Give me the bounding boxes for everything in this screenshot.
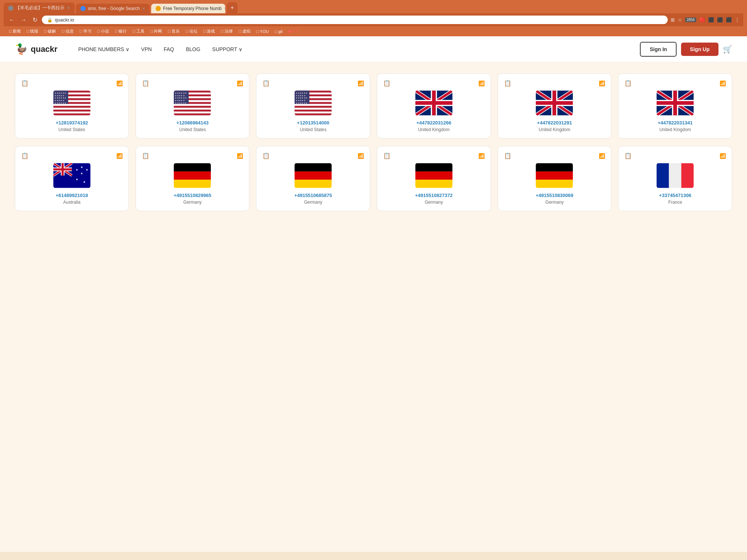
phone-card-uk3[interactable]: 📋 📶 +447822031341 United Kingdom xyxy=(618,73,732,139)
tab-2-icon xyxy=(80,6,86,11)
svg-text:★ ★ ★ ★ ★ ★: ★ ★ ★ ★ ★ ★ xyxy=(175,92,187,94)
settings-icon[interactable]: ⋮ xyxy=(735,17,740,23)
extension-icon-2[interactable]: ⬛ xyxy=(708,17,714,23)
tab-bar: 【羊毛必追】一卡西拉示 ✕ sms, free - Google Search … xyxy=(4,2,743,13)
signal-icon: 📶 xyxy=(720,153,726,159)
signin-button[interactable]: Sign In xyxy=(640,42,677,57)
address-bar[interactable]: 🔒 quackr.io xyxy=(42,16,668,24)
bookmark-item[interactable]: □ 学习 xyxy=(78,28,93,35)
translate-icon[interactable]: ⊞ xyxy=(671,17,675,23)
support-label: SUPPORT xyxy=(212,46,237,52)
phone-card-de4[interactable]: 📋 📶 +4915510830069 Germany xyxy=(498,146,612,211)
bookmark-item[interactable]: □ git xyxy=(273,28,284,35)
svg-rect-58 xyxy=(415,180,452,188)
extension-icon-3[interactable]: ⬛ xyxy=(717,17,723,23)
copy-icon[interactable]: 📋 xyxy=(142,152,149,159)
phone-country: Germany xyxy=(425,200,443,205)
tab-2-close[interactable]: ✕ xyxy=(142,6,145,11)
svg-rect-32 xyxy=(295,111,332,113)
tab-1[interactable]: 【羊毛必追】一卡西拉示 ✕ xyxy=(4,3,74,13)
forward-button[interactable]: → xyxy=(19,16,28,24)
svg-text:★ ★ ★ ★ ★: ★ ★ ★ ★ ★ xyxy=(54,99,64,101)
nav-blog[interactable]: BLOG xyxy=(180,43,206,55)
address-bar-row: ← → ↻ 🔒 quackr.io ⊞ ☆ 2856 🔴 ⬛ ⬛ ⬛ ⋮ xyxy=(4,13,743,26)
phone-card-uk2[interactable]: 📋 📶 +447822031291 United Kingdom xyxy=(498,73,612,139)
phone-country: France xyxy=(668,200,682,205)
copy-icon[interactable]: 📋 xyxy=(383,80,391,87)
copy-icon[interactable]: 📋 xyxy=(21,152,29,159)
card-icons-row: 📋 📶 xyxy=(21,80,123,87)
copy-icon[interactable]: 📋 xyxy=(624,152,632,159)
duck-icon: 🦆 xyxy=(15,43,28,55)
phone-card-de3[interactable]: 📋 📶 +4915510827372 Germany xyxy=(377,146,491,211)
logo[interactable]: 🦆 quackr xyxy=(15,43,57,55)
phone-card-us3[interactable]: 📋 📶 ★ ★ ★ ★ ★ ★ xyxy=(256,73,370,139)
svg-rect-56 xyxy=(415,163,452,171)
de-flag-3 xyxy=(415,163,452,188)
star-icon[interactable]: ☆ xyxy=(678,17,682,23)
phone-card-au1[interactable]: 📋 📶 ★ ★ xyxy=(15,146,129,211)
svg-text:★ ★ ★ ★ ★ ★: ★ ★ ★ ★ ★ ★ xyxy=(175,102,187,104)
reload-button[interactable]: ↻ xyxy=(31,16,39,24)
copy-icon[interactable]: 📋 xyxy=(383,152,391,159)
bookmark-item[interactable]: □ 信息 xyxy=(60,28,75,35)
bookmark-item[interactable]: □ 工具 xyxy=(131,28,146,35)
svg-rect-19 xyxy=(174,111,211,113)
bookmark-item[interactable]: □ 音乐 xyxy=(166,28,181,35)
bookmark-item[interactable]: □ 论坛 xyxy=(184,28,199,35)
phone-card-de2[interactable]: 📋 📶 +4915510685875 Germany xyxy=(256,146,370,211)
phone-country: United Kingdom xyxy=(659,127,691,132)
copy-icon[interactable]: 📋 xyxy=(504,80,511,87)
copy-icon[interactable]: 📋 xyxy=(504,152,511,159)
nav-vpn[interactable]: VPN xyxy=(135,43,158,55)
copy-icon[interactable]: 📋 xyxy=(21,80,29,87)
phone-number: +33745471306 xyxy=(659,193,691,198)
back-button[interactable]: ← xyxy=(7,16,16,24)
phone-card-us1[interactable]: 📋 📶 ★ ★ ★ ★ ★ ★ xyxy=(15,73,129,139)
bookmark-item[interactable]: □ 虚拟 xyxy=(237,28,252,35)
bookmark-item[interactable]: □ 外网 xyxy=(149,28,164,35)
card-icons-row: 📋 📶 xyxy=(262,152,364,159)
phone-card-uk1[interactable]: 📋 📶 +447822031266 United Kingdom xyxy=(377,73,491,139)
signal-icon: 📶 xyxy=(116,153,123,159)
us-flag-1: ★ ★ ★ ★ ★ ★ ★ ★ ★ ★ ★ ★ ★ ★ ★ ★ ★ ★ ★ ★ … xyxy=(53,90,90,116)
copy-icon[interactable]: 📋 xyxy=(262,152,270,159)
bookmark-item[interactable]: □ 线报 xyxy=(25,28,40,35)
new-tab-button[interactable]: + xyxy=(227,2,238,13)
bookmark-item[interactable]: □ YOU xyxy=(255,28,270,35)
tab-3-close[interactable]: ✕ xyxy=(224,6,225,11)
signal-icon: 📶 xyxy=(358,80,364,86)
nav-support[interactable]: SUPPORT ∨ xyxy=(206,43,248,55)
nav-phone-numbers[interactable]: PHONE NUMBERS ∨ xyxy=(72,43,135,55)
bookmark-item[interactable]: □ 小说 xyxy=(96,28,111,35)
copy-icon[interactable]: 📋 xyxy=(262,80,270,87)
cart-icon[interactable]: 🛒 xyxy=(723,45,732,54)
bookmark-item[interactable]: □ 破解 xyxy=(43,28,57,35)
signup-button[interactable]: Sign Up xyxy=(681,43,718,56)
copy-icon[interactable]: 📋 xyxy=(142,80,149,87)
phone-number: +61489921018 xyxy=(56,193,88,198)
bookmark-yt[interactable]: ▶ YT xyxy=(287,28,299,35)
tab-2[interactable]: sms, free - Google Search ✕ xyxy=(76,4,150,13)
bookmark-item[interactable]: □ 游戏 xyxy=(202,28,217,35)
extension-icon-1[interactable]: 🔴 xyxy=(699,17,705,23)
copy-icon[interactable]: 📋 xyxy=(624,80,632,87)
svg-rect-52 xyxy=(174,180,211,188)
svg-rect-59 xyxy=(536,163,573,171)
phone-card-fr1[interactable]: 📋 📶 +33745471306 France xyxy=(618,146,732,211)
extension-icon-4[interactable]: ⬛ xyxy=(726,17,732,23)
nav-faq[interactable]: FAQ xyxy=(158,43,180,55)
svg-text:★ ★ ★ ★ ★ ★: ★ ★ ★ ★ ★ ★ xyxy=(175,97,187,99)
nav-links: PHONE NUMBERS ∨ VPN FAQ BLOG SUPPORT ∨ xyxy=(72,43,640,55)
card-icons-row: 📋 📶 xyxy=(624,152,726,159)
card-icons-row: 📋 📶 xyxy=(504,80,605,87)
tab-1-close[interactable]: ✕ xyxy=(67,6,70,10)
tab-3[interactable]: Free Temporary Phone Numb ✕ xyxy=(151,4,225,13)
phone-card-de1[interactable]: 📋 📶 +4915510829965 Germany xyxy=(136,146,250,211)
bookmark-item[interactable]: □ 银行 xyxy=(113,28,128,35)
bookmark-item[interactable]: □ 法律 xyxy=(219,28,234,35)
bookmark-item[interactable]: □ 新闻 xyxy=(7,28,22,35)
faq-label: FAQ xyxy=(164,46,174,52)
svg-rect-18 xyxy=(174,108,211,110)
phone-card-us2[interactable]: 📋 📶 ★ ★ ★ ★ ★ ★ xyxy=(136,73,250,139)
